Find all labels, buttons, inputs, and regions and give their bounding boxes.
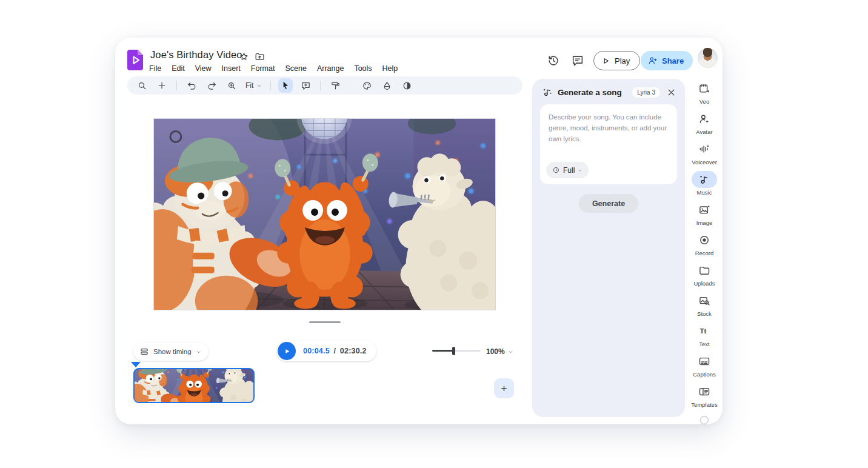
add-tool-icon[interactable]	[155, 78, 169, 93]
person-add-icon	[648, 56, 658, 65]
fit-zoom-dropdown[interactable]: Fit	[244, 81, 263, 90]
song-prompt-input[interactable]	[540, 104, 677, 155]
sidebar-item-uploads[interactable]: Uploads	[687, 262, 721, 292]
video-frame-puppets	[154, 119, 495, 310]
paint-format-icon[interactable]	[328, 78, 342, 93]
menu-insert[interactable]: Insert	[222, 64, 241, 73]
sidebar-item-veo[interactable]: Veo	[687, 80, 721, 110]
vids-app-icon[interactable]	[127, 49, 144, 70]
play-preview-button[interactable]: Play	[593, 51, 640, 70]
sidebar-item-image[interactable]: Image	[687, 201, 721, 232]
share-button[interactable]: Share	[641, 51, 693, 70]
video-canvas[interactable]	[153, 118, 496, 310]
transparency-icon[interactable]	[399, 78, 414, 93]
zoom-in-icon[interactable]	[224, 78, 239, 93]
sidebar-item-partial[interactable]	[687, 413, 721, 427]
play-icon	[283, 347, 291, 355]
panel-header: Generate a song Lyria 3	[532, 79, 685, 103]
theme-colors-icon[interactable]	[359, 78, 374, 93]
sidebar-label: Music	[697, 189, 712, 196]
timeline-playhead[interactable]	[131, 362, 141, 367]
model-badge: Lyria 3	[632, 87, 660, 98]
fit-label: Fit	[245, 81, 253, 90]
show-timing-label: Show timing	[153, 348, 192, 355]
sidebar-item-music[interactable]: Music	[687, 171, 721, 201]
menu-view[interactable]: View	[195, 64, 212, 73]
redo-icon[interactable]	[204, 78, 219, 93]
menu-edit[interactable]: Edit	[172, 64, 185, 73]
menu-file[interactable]: File	[149, 64, 161, 73]
undo-icon[interactable]	[184, 78, 199, 93]
document-title[interactable]: Joe's Birthday Video	[150, 49, 242, 61]
zoom-percent-dropdown[interactable]: 100%	[486, 347, 513, 356]
sidebar-item-avatar[interactable]: Avatar	[687, 110, 721, 141]
timeline-play-button[interactable]	[278, 342, 296, 360]
avatar-icon	[698, 113, 710, 125]
image-icon	[698, 204, 710, 216]
sidebar-label: Image	[696, 219, 712, 226]
sidebar-item-captions[interactable]: Captions	[687, 353, 721, 383]
music-sparkle-icon	[542, 87, 553, 98]
add-comment-icon[interactable]	[298, 78, 313, 93]
select-tool-icon[interactable]	[278, 78, 293, 93]
playback-control: 00:04.5 / 02:30.2	[276, 341, 376, 361]
svg-text:Tt: Tt	[700, 327, 707, 335]
close-panel-icon[interactable]	[666, 87, 676, 98]
timing-layers-icon	[139, 347, 149, 356]
sidebar-item-templates[interactable]: Templates	[687, 383, 721, 413]
menu-tools[interactable]: Tools	[354, 64, 372, 73]
sidebar-label: Voiceover	[692, 159, 717, 165]
total-duration: 02:30.2	[340, 347, 367, 355]
toolbar-divider	[320, 81, 321, 90]
slider-track-filled[interactable]	[432, 350, 454, 352]
zoom-tool-icon[interactable]	[135, 78, 149, 93]
sidebar-label: Text	[699, 341, 709, 347]
veo-icon	[698, 82, 710, 95]
chevron-down-icon	[578, 168, 583, 173]
generate-song-button[interactable]: Generate	[579, 194, 638, 213]
timeline-scene-thumbnail[interactable]	[133, 368, 255, 403]
menu-arrange[interactable]: Arrange	[317, 64, 344, 73]
add-scene-button[interactable]: +	[494, 378, 514, 398]
comments-icon[interactable]	[571, 54, 584, 67]
menu-bar: File Edit View Insert Format Scene Arran…	[149, 64, 398, 73]
edit-toolbar: Fit	[127, 76, 522, 95]
song-prompt-card: Full	[540, 104, 677, 184]
generate-song-panel: Generate a song Lyria 3 Full Generate	[532, 79, 685, 417]
song-length-dropdown[interactable]: Full	[546, 162, 589, 178]
menu-help[interactable]: Help	[382, 64, 398, 73]
sidebar-item-stock[interactable]: Stock	[687, 292, 721, 323]
time-separator: /	[333, 347, 336, 355]
show-timing-dropdown[interactable]: Show timing	[133, 343, 209, 361]
toolbar-divider	[176, 81, 177, 90]
sidebar-label: Templates	[691, 401, 717, 408]
circle-icon	[698, 413, 711, 427]
account-avatar[interactable]	[698, 48, 718, 68]
song-length-value: Full	[563, 166, 575, 175]
menu-scene[interactable]: Scene	[285, 64, 306, 73]
chevron-down-icon	[508, 349, 513, 355]
chevron-down-icon	[256, 83, 262, 89]
stock-icon	[698, 295, 710, 307]
move-folder-icon[interactable]	[255, 52, 265, 62]
tools-sidebar: Veo Avatar Voiceover Music Image Record …	[687, 80, 721, 427]
menu-format[interactable]: Format	[251, 64, 275, 73]
captions-icon	[698, 355, 710, 367]
share-label: Share	[662, 56, 684, 65]
sidebar-item-text[interactable]: Tt Text	[687, 323, 721, 353]
record-icon	[698, 234, 710, 246]
background-fill-icon[interactable]	[379, 78, 394, 93]
version-history-icon[interactable]	[547, 54, 560, 67]
music-icon	[698, 173, 710, 186]
chevron-down-icon	[196, 349, 201, 355]
star-icon[interactable]	[239, 52, 249, 62]
sidebar-item-record[interactable]: Record	[687, 232, 721, 262]
canvas-resize-handle[interactable]	[309, 321, 341, 323]
timeline-zoom-slider[interactable]	[432, 346, 481, 355]
scene-thumbnail-image	[135, 369, 253, 402]
slider-track-empty[interactable]	[454, 350, 481, 352]
toolbar-divider	[270, 81, 271, 90]
slider-handle[interactable]	[452, 347, 455, 355]
templates-icon	[698, 386, 710, 398]
sidebar-item-voiceover[interactable]: Voiceover	[687, 141, 721, 171]
